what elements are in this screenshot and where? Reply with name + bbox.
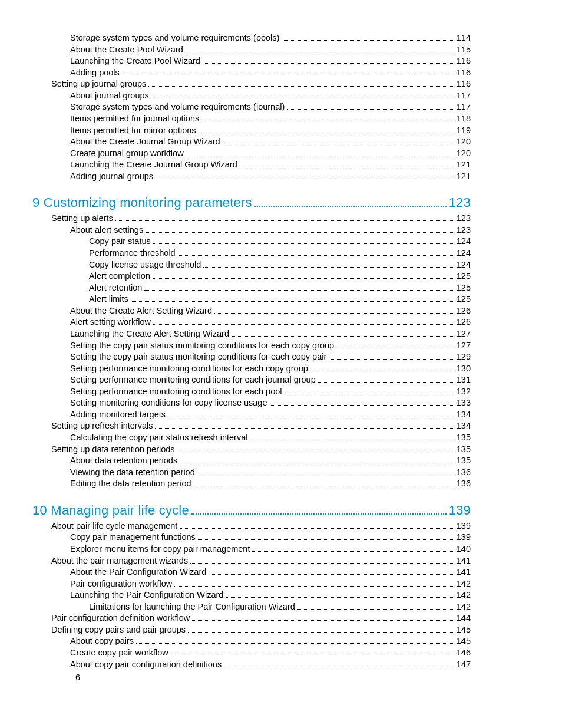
toc-entry-row[interactable]: Setting up journal groups 116: [32, 78, 471, 90]
toc-entry-row[interactable]: Storage system types and volume requirem…: [32, 32, 471, 44]
toc-leader: [186, 52, 454, 52]
toc-chapter-page: 123: [449, 195, 471, 210]
toc-entry-row[interactable]: Defining copy pairs and pair groups 145: [32, 624, 471, 636]
toc-entry-row[interactable]: Launching the Create Journal Group Wizar…: [32, 159, 471, 171]
toc-entry-row[interactable]: Copy pair status 124: [32, 236, 471, 248]
toc-entry-row[interactable]: Pair configuration definition workflow 1…: [32, 612, 471, 624]
toc-entry-page: 123: [457, 225, 471, 236]
toc-entry-row[interactable]: Storage system types and volume requirem…: [32, 101, 471, 113]
toc-entry-page: 117: [457, 90, 471, 102]
toc-entry-row[interactable]: Adding journal groups 121: [32, 171, 471, 183]
toc-chapter-row[interactable]: 10 Managing pair life cycle139: [32, 503, 471, 518]
toc-entry-row[interactable]: Alert setting workflow 126: [32, 317, 471, 328]
toc-leader: [282, 40, 454, 41]
toc-entry-row[interactable]: Alert completion 125: [32, 271, 471, 282]
toc-entry-row[interactable]: Setting up alerts 123: [32, 213, 471, 225]
toc-entry-row[interactable]: Setting up refresh intervals 134: [32, 420, 471, 432]
toc-entry-row[interactable]: About data retention periods 135: [32, 455, 471, 467]
toc-entry-row[interactable]: About the Pair Configuration Wizard 141: [32, 566, 471, 578]
toc-entry-row[interactable]: Pair configuration workflow 142: [32, 578, 471, 590]
page-number: 6: [75, 673, 80, 682]
toc-leader: [194, 486, 454, 486]
toc-entry-title: Setting the copy pair status monitoring …: [70, 351, 326, 363]
toc-entry-page: 130: [457, 363, 471, 375]
toc-entry-row[interactable]: About the Create Journal Group Wizard 12…: [32, 136, 471, 148]
toc-leader: [223, 144, 454, 144]
toc-entry-row[interactable]: Items permitted for mirror options 119: [32, 125, 471, 137]
toc-leader: [168, 417, 454, 417]
toc-chapter-page: 139: [449, 503, 471, 518]
toc-entry-row[interactable]: Create journal group workflow 120: [32, 148, 471, 160]
toc-entry-row[interactable]: Alert limits 125: [32, 294, 471, 305]
toc-entry-row[interactable]: Editing the data retention period 136: [32, 478, 471, 490]
toc-entry-row[interactable]: About journal groups 117: [32, 90, 471, 102]
toc-entry-row[interactable]: Alert retention 125: [32, 282, 471, 294]
toc-entry-page: 141: [457, 566, 471, 578]
toc-entry-row[interactable]: Setting up data retention periods 135: [32, 444, 471, 456]
toc-entry-page: 129: [457, 351, 471, 363]
toc-entry-row[interactable]: Setting the copy pair status monitoring …: [32, 340, 471, 352]
toc-entry-row[interactable]: Setting the copy pair status monitoring …: [32, 351, 471, 363]
toc-entry-page: 134: [457, 420, 471, 432]
toc-leader: [203, 63, 454, 64]
toc-entry-page: 147: [457, 659, 471, 671]
toc-entry-page: 126: [457, 317, 471, 328]
toc-entry-row[interactable]: Limitations for launching the Pair Confi…: [32, 601, 471, 613]
toc-entry-row[interactable]: Copy license usage threshold 124: [32, 259, 471, 271]
toc-entry-row[interactable]: About copy pairs 145: [32, 635, 471, 647]
toc-entry-row[interactable]: About alert settings 123: [32, 225, 471, 236]
toc-entry-row[interactable]: About copy pair configuration definition…: [32, 659, 471, 671]
toc-entry-row[interactable]: Copy pair management functions 139: [32, 532, 471, 543]
toc-entry-row[interactable]: Launching the Pair Configuration Wizard …: [32, 589, 471, 601]
toc-entry-row[interactable]: Explorer menu items for copy pair manage…: [32, 543, 471, 555]
toc-leader: [318, 382, 454, 383]
toc-entry-row[interactable]: Setting monitoring conditions for copy l…: [32, 397, 471, 409]
toc-entry-row[interactable]: About the Create Pool Wizard 115: [32, 44, 471, 56]
toc-entry-page: 119: [457, 125, 471, 137]
toc-leader: [171, 655, 454, 655]
toc-entry-title: Launching the Create Alert Setting Wizar…: [70, 328, 229, 340]
toc-entry-page: 141: [457, 555, 471, 567]
toc-entry-page: 123: [457, 213, 471, 225]
toc-entry-title: Setting performance monitoring condition…: [70, 363, 308, 375]
toc-entry-page: 140: [457, 543, 471, 555]
toc-leader: [329, 359, 454, 360]
toc-leader: [151, 98, 454, 98]
toc-entry-row[interactable]: Performance threshold 124: [32, 248, 471, 259]
toc-entry-row[interactable]: Adding pools 116: [32, 67, 471, 79]
toc-entry-row[interactable]: Adding monitored targets 134: [32, 409, 471, 421]
toc-entry-title: Setting monitoring conditions for copy l…: [70, 397, 267, 409]
toc-entry-row[interactable]: Items permitted for journal options 118: [32, 113, 471, 125]
toc-leader: [209, 574, 454, 575]
toc-entry-row[interactable]: Launching the Create Alert Setting Wizar…: [32, 328, 471, 340]
toc-entry-page: 124: [457, 259, 471, 271]
toc-entry-title: Copy pair status: [89, 236, 151, 248]
toc-entry-title: Setting up data retention periods: [51, 444, 175, 456]
toc-entry-title: Pair configuration definition workflow: [51, 612, 190, 624]
toc-entry-row[interactable]: Viewing the data retention period 136: [32, 467, 471, 479]
toc-entry-row[interactable]: About the pair management wizards 141: [32, 555, 471, 567]
toc-leader: [214, 313, 454, 314]
toc-chapter-row[interactable]: 9 Customizing monitoring parameters123: [32, 195, 471, 210]
toc-entry-row[interactable]: About the Create Alert Setting Wizard 12…: [32, 305, 471, 317]
toc-entry-row[interactable]: Launching the Create Pool Wizard 116: [32, 55, 471, 67]
toc-entry-row[interactable]: Setting performance monitoring condition…: [32, 386, 471, 398]
toc-entry-row[interactable]: Setting performance monitoring condition…: [32, 363, 471, 375]
toc-leader: [232, 336, 454, 337]
toc-entry-title: Storage system types and volume requirem…: [70, 101, 285, 113]
toc-entry-page: 127: [457, 340, 471, 352]
toc-entry-page: 125: [457, 294, 471, 305]
toc-entry-page: 131: [457, 374, 471, 386]
toc-entry-title: About the pair management wizards: [51, 555, 188, 567]
toc-entry-row[interactable]: Create copy pair workflow 146: [32, 647, 471, 659]
toc-leader: [297, 609, 454, 610]
toc-leader: [188, 632, 454, 633]
toc-entry-row[interactable]: Setting performance monitoring condition…: [32, 374, 471, 386]
toc-entry-title: Launching the Create Pool Wizard: [70, 55, 200, 67]
toc-entry-row[interactable]: About pair life cycle management 139: [32, 521, 471, 532]
toc-entry-page: 135: [457, 455, 471, 467]
toc-leader: [136, 643, 454, 644]
toc-entry-row[interactable]: Calculating the copy pair status refresh…: [32, 432, 471, 444]
toc-entry-page: 125: [457, 282, 471, 294]
toc-section: 10 Managing pair life cycle139About pair…: [32, 503, 471, 670]
